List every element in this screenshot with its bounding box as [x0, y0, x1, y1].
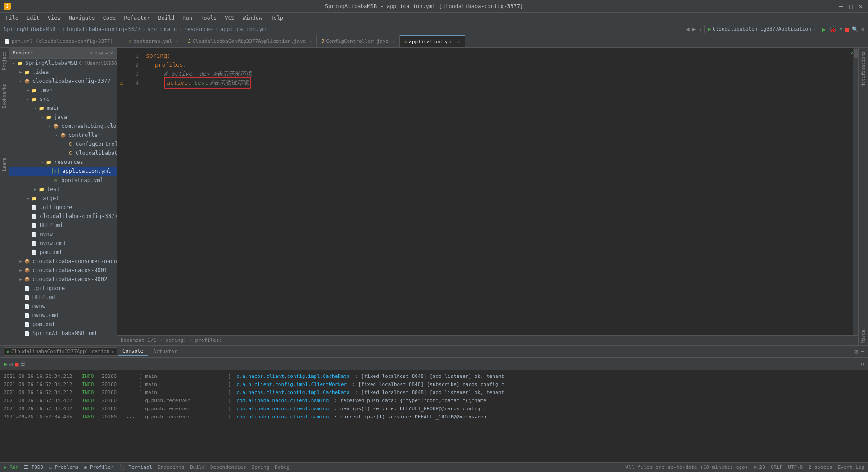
tree-configcontroller[interactable]: ▶ C ConfigController	[9, 140, 117, 149]
debug-status-btn[interactable]: Debug	[275, 464, 289, 470]
settings-button[interactable]: ⚙	[861, 26, 864, 32]
tree-test[interactable]: ▶ 📁 test	[9, 185, 117, 194]
bottom-tab-console[interactable]: Console	[118, 347, 148, 356]
panel-expand-btn[interactable]: ⊞	[99, 50, 103, 56]
bottom-tab-actuator[interactable]: Actuator	[149, 348, 181, 355]
tree-pom-root[interactable]: ▶ 📄 pom.xml	[9, 320, 117, 329]
menu-view[interactable]: View	[44, 14, 64, 22]
terminal-status-btn[interactable]: ⬛ Terminal	[119, 464, 153, 470]
side-panel-maven[interactable]: Maven	[860, 328, 867, 345]
status-indent[interactable]: 2 spaces	[808, 464, 832, 470]
bottom-panel-settings[interactable]: ⚙	[854, 348, 858, 355]
nav-back-btn[interactable]: ◀	[686, 26, 690, 32]
tree-controller[interactable]: ▾ 📦 controller	[9, 131, 117, 140]
gutter-warning-icon[interactable]: ⚠	[120, 80, 123, 86]
tab-bootstrap[interactable]: ⚙ bootstrap.yml ✕	[124, 35, 183, 47]
nav-forward-btn[interactable]: ▶	[692, 26, 696, 32]
tab-app3377-close[interactable]: ✕	[309, 39, 312, 44]
tree-mvn[interactable]: ▶ 📁 .mvn	[9, 86, 117, 95]
breadcrumb-springalibaba[interactable]: SpringAlibabaMSB	[4, 26, 56, 32]
build-status-btn[interactable]: Build	[190, 464, 205, 470]
menu-vcs[interactable]: VCS	[221, 14, 238, 22]
tab-bootstrap-close[interactable]: ✕	[176, 39, 178, 44]
todo-status-btn[interactable]: ☰ TODO	[24, 464, 43, 470]
tree-cloudalibabaapp[interactable]: ▶ C CloudalibabaConfig337...	[9, 149, 117, 158]
console-run-btn[interactable]: ▶	[4, 360, 7, 368]
tab-pom-close[interactable]: ✕	[117, 39, 119, 44]
tab-pom[interactable]: 📄 pom.xml (cloudalibaba-config-3377) ✕	[0, 35, 124, 47]
run-tab-close[interactable]: ✕	[112, 349, 114, 354]
tree-pomxml1[interactable]: ▶ 📄 pom.xml	[9, 248, 117, 257]
side-label-bookmarks[interactable]: Bookmarks	[2, 84, 7, 108]
menu-tools[interactable]: Tools	[197, 14, 220, 22]
tree-src[interactable]: ▾ 📁 src	[9, 95, 117, 104]
run-config-selector[interactable]: ▶ CloudalibabaConfig3377Application ▾	[704, 25, 819, 33]
menu-window[interactable]: Window	[239, 14, 266, 22]
run-config-tab[interactable]: ▶ CloudalibabaConfig3377Application ✕	[4, 347, 117, 356]
status-line-ending[interactable]: CRLF	[771, 464, 783, 470]
tab-config-close[interactable]: ✕	[392, 39, 395, 44]
bottom-panel-minimize[interactable]: ─	[861, 348, 864, 355]
menu-help[interactable]: Help	[267, 14, 287, 22]
console-stop-btn[interactable]: ■	[15, 360, 18, 368]
stop-button[interactable]: ■	[845, 26, 849, 33]
minimize-button[interactable]: ─	[837, 3, 845, 10]
profiler-status-btn[interactable]: ◉ Profiler	[84, 464, 113, 470]
menu-code[interactable]: Code	[99, 14, 120, 22]
tree-main[interactable]: ▾ 📁 main	[9, 104, 117, 113]
editor-content[interactable]: ⚠ 1 2 3 4 spring: profiles:	[117, 48, 858, 335]
panel-settings-btn[interactable]: ⚙	[90, 50, 93, 56]
tree-target[interactable]: ▶ 📁 target	[9, 194, 117, 203]
tree-cloudalibaba-config[interactable]: ▾ 📦 cloudalibaba-config-3377	[9, 77, 117, 86]
coverage-button[interactable]: ☂	[839, 26, 843, 32]
breadcrumb-appyml[interactable]: application.yml	[220, 26, 269, 32]
side-label-project[interactable]: Project	[2, 51, 7, 70]
console-filter-btn[interactable]: ☰	[20, 361, 25, 367]
run-button[interactable]: ▶	[822, 26, 826, 33]
tree-gitignore-root[interactable]: ▶ 📄 .gitignore	[9, 284, 117, 293]
status-position[interactable]: 4:23	[753, 464, 765, 470]
tree-springiml[interactable]: ▶ 📄 SpringAlibabaMSB.iml	[9, 329, 117, 338]
status-encoding[interactable]: UTF-8	[788, 464, 803, 470]
tree-consumer8083[interactable]: ▶ 📦 cloudalibaba-consumer-nacos-8083	[9, 257, 117, 266]
tab-app3377[interactable]: J CloudalibabaConfig3377Application.java…	[183, 35, 317, 47]
run-status-btn[interactable]: ▶ Run	[4, 464, 18, 470]
breadcrumb-src[interactable]: src	[147, 26, 157, 32]
spring-status-btn[interactable]: Spring	[252, 464, 270, 470]
dependencies-status-btn[interactable]: Dependencies	[210, 464, 246, 470]
panel-close-btn[interactable]: ✕	[110, 50, 113, 56]
tree-appyml[interactable]: ▶ ⚙ application.yml	[9, 167, 117, 176]
tree-bootstrapyml[interactable]: ▶ ⚙ bootstrap.yml	[9, 176, 117, 185]
menu-edit[interactable]: Edit	[23, 14, 43, 22]
nav-recent-btn[interactable]: ↓	[698, 26, 701, 32]
tree-mvnwcmd1[interactable]: ▶ 📄 mvnw.cmd	[9, 239, 117, 248]
menu-refactor[interactable]: Refactor	[120, 14, 154, 22]
breadcrumb-cloudalibaba[interactable]: cloudalibaba-config-3377	[63, 26, 140, 32]
side-panel-notifications[interactable]: Notifications	[860, 50, 867, 88]
breadcrumb-resources[interactable]: resources	[184, 26, 213, 32]
tree-iml1[interactable]: ▶ 📄 cloudalibaba-config-3377.iml	[9, 212, 117, 221]
menu-run[interactable]: Run	[179, 14, 196, 22]
debug-button[interactable]: 🐞	[829, 26, 836, 33]
side-label-learn[interactable]: Learn	[2, 158, 7, 171]
tree-resources[interactable]: ▾ 📁 resources	[9, 158, 117, 167]
panel-gear-btn[interactable]: ⋯	[105, 50, 108, 56]
breadcrumb-main[interactable]: main	[164, 26, 177, 32]
tree-help-root[interactable]: ▶ 📄 HELP.md	[9, 293, 117, 302]
tree-nacos9001[interactable]: ▶ 📦 cloudalibaba-nacos-9001	[9, 266, 117, 275]
endpoints-status-btn[interactable]: Endpoints	[158, 464, 185, 470]
tree-mvnw-root[interactable]: ▶ 📄 mvnw	[9, 302, 117, 311]
tree-mvnwcmd-root[interactable]: ▶ 📄 mvnw.cmd	[9, 311, 117, 320]
close-button[interactable]: ✕	[857, 3, 864, 10]
menu-navigate[interactable]: Navigate	[65, 14, 99, 22]
tree-idea[interactable]: ▶ 📁 .idea	[9, 68, 117, 77]
problems-status-btn[interactable]: ⚠ Problems	[49, 464, 78, 470]
tab-appyml[interactable]: ⚙ application.yml ✕	[400, 35, 465, 47]
menu-build[interactable]: Build	[154, 14, 178, 22]
menu-file[interactable]: File	[2, 14, 22, 22]
tree-com-pkg[interactable]: ▾ 📦 com.mashibing.cloudaliba...	[9, 122, 117, 131]
search-button[interactable]: 🔍	[852, 26, 859, 32]
tab-appyml-close[interactable]: ✕	[457, 39, 460, 44]
editor-scrollbar[interactable]	[853, 48, 858, 335]
tree-nacos9002[interactable]: ▶ 📦 cloudalibaba-nacos-9002	[9, 275, 117, 284]
